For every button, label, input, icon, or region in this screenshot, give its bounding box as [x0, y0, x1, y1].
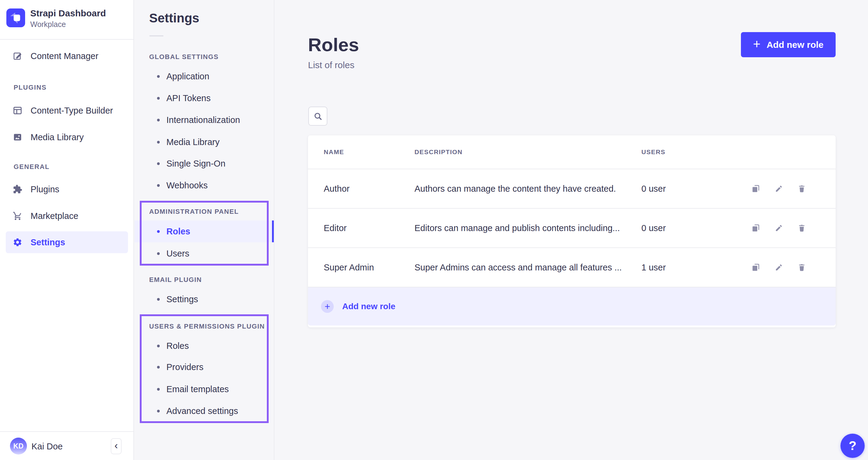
edit-button[interactable]: [774, 223, 783, 233]
sidebar-item-label: Content Manager: [31, 51, 98, 61]
row-actions: [751, 223, 807, 233]
subnav-item-webhooks[interactable]: Webhooks: [135, 174, 274, 196]
bullet-icon: [157, 345, 160, 347]
role-description: Super Admins can access and manage all f…: [414, 263, 622, 272]
role-name: Editor: [324, 223, 347, 233]
subnav-item-up-roles[interactable]: Roles: [135, 335, 274, 357]
subnav-item-application[interactable]: Application: [135, 65, 274, 87]
media-library-icon: [13, 132, 22, 142]
gear-icon: [13, 237, 22, 247]
main-sidebar: Strapi Dashboard Workplace Content Manag…: [0, 0, 134, 460]
table-row-author[interactable]: Author Authors can manage the content th…: [308, 169, 836, 208]
subnav-item-label: Internationalization: [166, 115, 240, 125]
subnav-item-label: Media Library: [166, 137, 220, 147]
subnav-item-label: Users: [166, 249, 189, 259]
user-name: Kai Doe: [31, 441, 63, 452]
search-icon: [313, 111, 323, 121]
sidebar-item-marketplace[interactable]: Marketplace: [0, 205, 134, 227]
plus-icon: +: [753, 38, 761, 51]
sidebar-item-content-manager[interactable]: Content Manager: [0, 45, 134, 67]
sidebar-item-label: Media Library: [31, 132, 84, 142]
content-type-builder-icon: [13, 106, 22, 115]
subnav-item-label: Roles: [166, 341, 189, 351]
page-subtitle: List of roles: [308, 60, 354, 70]
role-users-count: 1 user: [641, 263, 666, 272]
subnav-item-up-providers[interactable]: Providers: [135, 356, 274, 378]
puzzle-icon: [13, 184, 22, 194]
role-description: Authors can manage the content they have…: [414, 184, 616, 194]
bullet-icon: [157, 366, 160, 369]
subnav-item-label: Webhooks: [166, 180, 208, 191]
brand-header: Strapi Dashboard Workplace: [0, 0, 133, 40]
subnav-item-internationalization[interactable]: Internationalization: [135, 109, 274, 131]
bullet-icon: [157, 162, 160, 165]
sidebar-section-plugins: PLUGINS: [13, 84, 46, 91]
collapse-sidebar-button[interactable]: ‹: [111, 438, 122, 454]
sidebar-item-media-library[interactable]: Media Library: [0, 126, 134, 148]
row-actions: [751, 184, 807, 194]
cart-icon: [13, 211, 22, 221]
strapi-logo-icon: [6, 8, 25, 27]
duplicate-button[interactable]: [751, 223, 761, 233]
edit-button[interactable]: [774, 263, 783, 272]
subnav-item-label: Email templates: [166, 384, 229, 394]
table-row-super-admin[interactable]: Super Admin Super Admins can access and …: [308, 248, 836, 287]
bullet-icon: [157, 410, 160, 412]
search-button[interactable]: [308, 107, 327, 126]
subnav-item-admin-roles[interactable]: Roles: [135, 221, 274, 242]
subnav-section-users-permissions: USERS & PERMISSIONS PLUGIN: [149, 322, 265, 330]
avatar[interactable]: KD: [10, 438, 27, 455]
sidebar-item-content-type-builder[interactable]: Content-Type Builder: [0, 99, 134, 121]
subnav-item-api-tokens[interactable]: API Tokens: [135, 87, 274, 109]
row-actions: [751, 263, 807, 272]
brand-name: Strapi Dashboard: [30, 8, 106, 19]
subnav-item-label: Single Sign-On: [166, 159, 225, 169]
subnav-section-administration-panel: ADMINISTRATION PANEL: [149, 208, 239, 215]
delete-button[interactable]: [797, 223, 807, 233]
subnav-item-admin-users[interactable]: Users: [135, 242, 274, 264]
subnav-item-up-advanced-settings[interactable]: Advanced settings: [135, 400, 274, 422]
delete-button[interactable]: [797, 263, 807, 272]
subnav-section-global-settings: GLOBAL SETTINGS: [149, 53, 219, 61]
subnav-item-email-settings[interactable]: Settings: [135, 288, 274, 310]
add-new-role-label: Add new role: [767, 40, 824, 50]
sidebar-footer: KD Kai Doe ‹: [0, 431, 133, 460]
table-header-row: NAME DESCRIPTION USERS: [308, 135, 836, 169]
duplicate-button[interactable]: [751, 263, 761, 272]
subnav-item-media-library[interactable]: Media Library: [135, 131, 274, 153]
bullet-icon: [157, 298, 160, 301]
sidebar-item-plugins[interactable]: Plugins: [0, 178, 134, 200]
chevron-left-icon: ‹: [114, 439, 118, 451]
bullet-icon: [157, 184, 160, 187]
footer-add-label: Add new role: [342, 301, 396, 311]
subnav-item-label: API Tokens: [166, 93, 211, 103]
bullet-icon: [157, 119, 160, 121]
column-header-description: DESCRIPTION: [414, 148, 463, 156]
subnav-item-label: Roles: [166, 227, 190, 236]
subnav-section-email-plugin: EMAIL PLUGIN: [149, 276, 202, 284]
subnav-item-up-email-templates[interactable]: Email templates: [135, 378, 274, 400]
column-header-users: USERS: [641, 148, 665, 156]
subnav-item-single-sign-on[interactable]: Single Sign-On: [135, 153, 274, 174]
subnav-item-label: Providers: [166, 362, 204, 372]
page-title: Roles: [308, 34, 359, 55]
help-button[interactable]: ?: [840, 434, 865, 458]
roles-table: NAME DESCRIPTION USERS Author Authors ca…: [308, 135, 836, 327]
bullet-icon: [157, 388, 160, 391]
question-mark-icon: ?: [849, 438, 857, 453]
sidebar-item-settings[interactable]: Settings: [6, 231, 128, 253]
duplicate-button[interactable]: [751, 184, 761, 194]
table-row-editor[interactable]: Editor Editors can manage and publish co…: [308, 208, 836, 248]
edit-button[interactable]: [774, 184, 783, 194]
add-new-role-button[interactable]: + Add new role: [741, 32, 836, 57]
active-item-indicator: [272, 221, 274, 242]
bullet-icon: [157, 141, 160, 144]
role-description: Editors can manage and publish contents …: [414, 223, 620, 233]
subnav-title: Settings: [149, 11, 199, 25]
bullet-icon: [157, 97, 160, 99]
sidebar-item-label: Settings: [31, 237, 65, 248]
delete-button[interactable]: [797, 184, 807, 194]
table-footer-add-new-role[interactable]: + Add new role: [308, 287, 836, 325]
bullet-icon: [157, 230, 160, 233]
sidebar-item-label: Marketplace: [31, 211, 79, 221]
